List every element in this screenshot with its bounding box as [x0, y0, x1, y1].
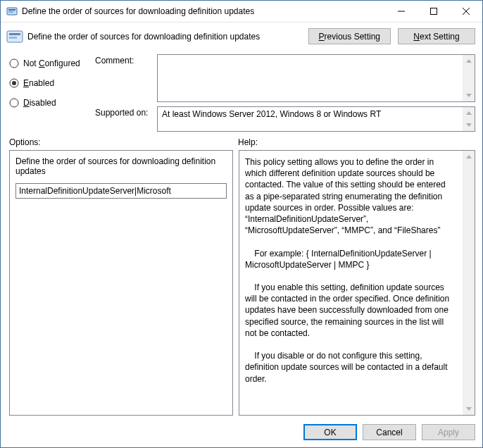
scroll-down-icon[interactable] [463, 403, 475, 415]
help-text: This policy setting allows you to define… [245, 156, 469, 409]
svg-marker-19 [466, 407, 472, 411]
window-title: Define the order of sources for download… [22, 6, 385, 16]
radio-unchecked-icon [9, 58, 19, 68]
svg-rect-9 [9, 37, 17, 39]
svg-point-12 [12, 81, 16, 85]
radio-unchecked-icon [9, 98, 19, 108]
scroll-down-icon[interactable] [463, 119, 475, 131]
svg-rect-2 [8, 11, 13, 13]
comment-textarea[interactable] [157, 54, 475, 102]
svg-marker-14 [466, 59, 472, 63]
options-label: Options: [9, 137, 238, 147]
supported-on-box: At least Windows Server 2012, Windows 8 … [157, 106, 475, 132]
svg-marker-15 [466, 94, 472, 97]
svg-marker-17 [466, 123, 472, 127]
minimize-icon [398, 8, 405, 15]
policy-icon [6, 29, 23, 44]
svg-point-10 [10, 59, 18, 68]
scroll-up-icon[interactable] [463, 151, 475, 163]
ok-button[interactable]: OK [303, 424, 357, 440]
help-pane: This policy setting allows you to define… [239, 150, 475, 416]
section-labels: Options: Help: [1, 132, 482, 150]
svg-rect-1 [8, 9, 15, 11]
config-area: Not Configured Enabled Disabled Comment: [1, 54, 482, 132]
apply-button[interactable]: Apply [422, 424, 475, 440]
scroll-up-icon[interactable] [463, 107, 475, 119]
minimize-button[interactable] [385, 1, 418, 22]
comment-label: Comment: [95, 54, 153, 102]
close-button[interactable] [450, 1, 482, 22]
radio-checked-icon [9, 78, 19, 88]
radio-disabled[interactable]: Disabled [9, 98, 88, 108]
state-radios: Not Configured Enabled Disabled [9, 54, 88, 132]
footer: OK Cancel Apply [1, 416, 482, 447]
radio-enabled[interactable]: Enabled [9, 78, 88, 88]
scrollbar[interactable] [463, 107, 475, 131]
help-label: Help: [238, 137, 258, 147]
svg-rect-8 [9, 33, 20, 35]
maximize-icon [430, 8, 437, 15]
option-caption: Define the order of sources for download… [15, 156, 227, 176]
toolbar: Define the order of sources for download… [1, 23, 482, 54]
scrollbar[interactable] [463, 151, 475, 415]
close-icon [463, 8, 470, 15]
svg-marker-16 [466, 111, 472, 115]
scroll-down-icon[interactable] [463, 89, 475, 101]
source-order-input[interactable] [15, 183, 227, 199]
gpo-editor-window: Define the order of sources for download… [0, 0, 483, 448]
supported-on-label: Supported on: [95, 106, 153, 132]
next-setting-button[interactable]: Next Setting [398, 28, 475, 44]
panes: Define the order of sources for download… [1, 150, 482, 416]
maximize-button[interactable] [418, 1, 450, 22]
svg-point-13 [10, 99, 18, 107]
app-icon [6, 6, 18, 17]
svg-rect-4 [431, 8, 437, 15]
titlebar: Define the order of sources for download… [1, 1, 482, 23]
scroll-up-icon[interactable] [463, 55, 475, 67]
scrollbar[interactable] [463, 55, 475, 101]
options-pane: Define the order of sources for download… [9, 150, 233, 416]
previous-setting-button[interactable]: Previous Setting [308, 28, 391, 44]
toolbar-policy-name: Define the order of sources for download… [27, 32, 301, 42]
radio-not-configured[interactable]: Not Configured [9, 58, 88, 68]
svg-marker-18 [466, 155, 472, 158]
cancel-button[interactable]: Cancel [363, 424, 416, 440]
